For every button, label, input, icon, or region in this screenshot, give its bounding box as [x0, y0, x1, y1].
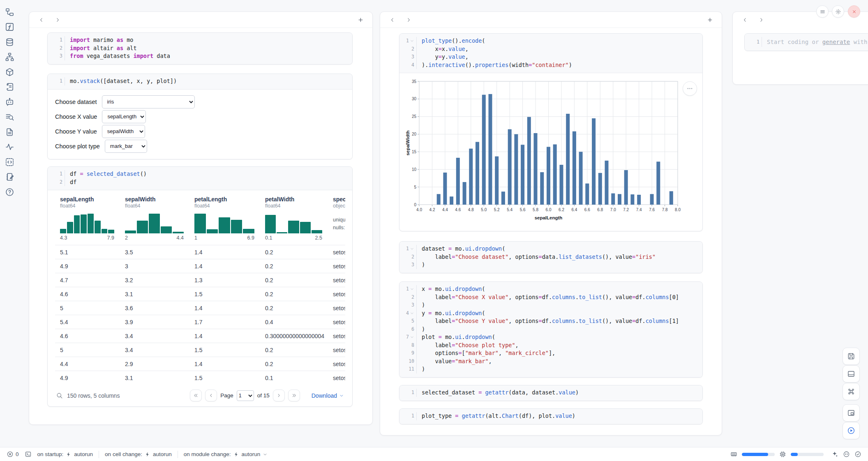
line-number: 1	[411, 412, 414, 420]
line-number: 3	[411, 301, 414, 309]
choose-y-value-select[interactable]: sepalWidth	[102, 125, 145, 138]
fold-chevron-icon[interactable]	[410, 287, 414, 291]
table-column-header[interactable]: sepalWidthfloat6424.4	[120, 196, 189, 241]
bolt-icon	[145, 452, 150, 457]
column-name: petalWidth	[265, 196, 328, 203]
code-line: x=x.value,	[417, 45, 469, 53]
function-icon[interactable]	[4, 22, 15, 32]
package-icon[interactable]	[4, 67, 15, 77]
column-collapse-right-button[interactable]	[52, 14, 63, 25]
kernel-connected-icon[interactable]	[854, 451, 861, 458]
code-editor[interactable]: 1selected_dataset = getattr(data, datase…	[399, 385, 702, 401]
column-collapse-right-button[interactable]	[756, 14, 766, 25]
close-icon[interactable]	[848, 5, 860, 18]
chart-options-icon[interactable]	[683, 81, 697, 96]
console-panel-button[interactable]	[843, 404, 860, 422]
column-3-toolbar	[733, 12, 868, 28]
column-collapse-right-button[interactable]	[403, 14, 414, 25]
code-block-icon[interactable]	[4, 157, 15, 167]
column-collapse-left-button[interactable]	[739, 14, 750, 25]
line-number: 3	[60, 52, 62, 60]
table-cell: 3.6	[120, 305, 189, 311]
empty-code-cell[interactable]: 1 Start coding or generate with AI	[744, 33, 868, 51]
previous-page-button[interactable]	[205, 390, 217, 401]
choose-dataset-select[interactable]: iris	[102, 95, 195, 108]
altair-chart[interactable]: 4.04.24.44.64.85.05.25.45.65.86.06.26.46…	[404, 76, 702, 228]
menu-icon[interactable]	[816, 5, 829, 18]
code-editor[interactable]: 1 Start coding or generate with AI	[745, 34, 868, 51]
keyboard-shortcuts-button[interactable]	[843, 383, 860, 400]
table-row[interactable]: 4.931.40.2setosa	[55, 259, 345, 273]
choose-plot-type-select[interactable]: mark_bar	[105, 140, 147, 153]
terminal-icon[interactable]	[25, 451, 32, 458]
table-row[interactable]: 4.73.21.30.2setosa	[55, 273, 345, 287]
column-name: sepalWidth	[125, 196, 189, 203]
column-histogram	[125, 213, 184, 233]
fold-chevron-icon[interactable]	[410, 335, 414, 339]
add-cell-button[interactable]	[355, 14, 366, 25]
help-icon[interactable]	[4, 187, 15, 197]
table-row[interactable]: 4.63.41.40.30000000000000004setosa	[55, 329, 345, 343]
line-number: 4	[411, 61, 414, 69]
column-collapse-left-button[interactable]	[36, 14, 46, 25]
on-cell-change-setting[interactable]: on cell change: autorun	[105, 451, 172, 457]
download-button[interactable]: Download	[312, 392, 344, 399]
code-editor[interactable]: 1mo.vstack([dataset, x, y, plot])	[48, 74, 352, 89]
on-startup-setting[interactable]: on startup: autorun	[37, 451, 93, 457]
table-cell: 1.7	[189, 319, 260, 325]
fold-chevron-icon[interactable]	[410, 311, 414, 316]
code-editor[interactable]: 1df = selected_dataset()2df	[48, 167, 352, 190]
column-collapse-left-button[interactable]	[387, 14, 397, 25]
save-button[interactable]	[843, 348, 860, 365]
log-search-icon[interactable]	[4, 112, 15, 122]
table-row[interactable]: 53.61.40.2setosa	[55, 301, 345, 315]
table-column-header[interactable]: speciesobjectuniquenulls:	[328, 196, 345, 241]
run-button[interactable]	[843, 422, 860, 439]
ai-sparkles-icon[interactable]	[831, 451, 838, 458]
code-line: )	[417, 301, 425, 309]
table-row[interactable]: 4.93.11.50.1setosa	[55, 371, 345, 385]
fold-chevron-icon[interactable]	[410, 39, 414, 43]
code-editor[interactable]: 1import marimo as mo2import altair as al…	[48, 33, 352, 64]
next-page-button[interactable]	[273, 390, 285, 401]
document-icon[interactable]	[4, 127, 15, 137]
chatbot-icon[interactable]	[4, 97, 15, 107]
dropdown-label: Choose dataset	[55, 99, 97, 105]
settings-icon[interactable]	[832, 5, 844, 18]
table-column-header[interactable]: petalWidthfloat640.12.5	[260, 196, 328, 241]
search-icon[interactable]	[56, 392, 63, 399]
table-column-header[interactable]: petalLengthfloat6416.9	[189, 196, 260, 241]
table-row[interactable]: 4.42.91.40.2setosa	[55, 357, 345, 371]
fold-chevron-icon[interactable]	[410, 247, 414, 251]
svg-text:5.4: 5.4	[507, 207, 512, 212]
on-module-change-setting[interactable]: on module change: autorun	[184, 451, 268, 457]
errors-icon[interactable]	[7, 451, 14, 458]
table-row[interactable]: 53.41.50.2setosa	[55, 343, 345, 357]
table-row[interactable]: 4.63.11.50.2setosa	[55, 287, 345, 301]
generate-with-ai-link[interactable]: generate	[822, 39, 850, 45]
file-tree-icon[interactable]	[4, 7, 15, 17]
code-editor[interactable]: 1plot_type().encode(2 x=x.value,3 y=y.va…	[399, 34, 702, 73]
first-page-button[interactable]	[190, 390, 202, 401]
choose-x-value-select[interactable]: sepalLength	[102, 110, 146, 123]
scratchpad-icon[interactable]	[4, 172, 15, 182]
layout-button[interactable]	[843, 365, 860, 383]
code-editor[interactable]: 1dataset = mo.ui.dropdown(2 label="Choos…	[399, 242, 702, 273]
svg-text:6.4: 6.4	[571, 207, 577, 212]
code-editor[interactable]: 1plot_type = getattr(alt.Chart(df), plot…	[399, 409, 702, 424]
copilot-icon[interactable]	[843, 451, 850, 458]
activity-icon[interactable]	[4, 142, 15, 152]
svg-text:6.6: 6.6	[584, 207, 590, 212]
database-icon[interactable]	[4, 37, 15, 47]
ram-icon	[730, 451, 737, 458]
table-row[interactable]: 5.13.51.40.2setosa	[55, 245, 345, 259]
dependency-graph-icon[interactable]	[4, 52, 15, 62]
line-number: 2	[411, 45, 414, 53]
add-cell-button[interactable]	[704, 14, 715, 25]
last-page-button[interactable]	[288, 390, 300, 401]
table-column-header[interactable]: sepalLengthfloat644.37.9	[55, 196, 120, 241]
script-icon[interactable]	[4, 82, 15, 92]
table-row[interactable]: 5.43.91.70.4setosa	[55, 315, 345, 329]
page-number-select[interactable]: 1	[237, 390, 254, 401]
code-editor[interactable]: 1x = mo.ui.dropdown(2 label="Choose X va…	[399, 282, 702, 377]
